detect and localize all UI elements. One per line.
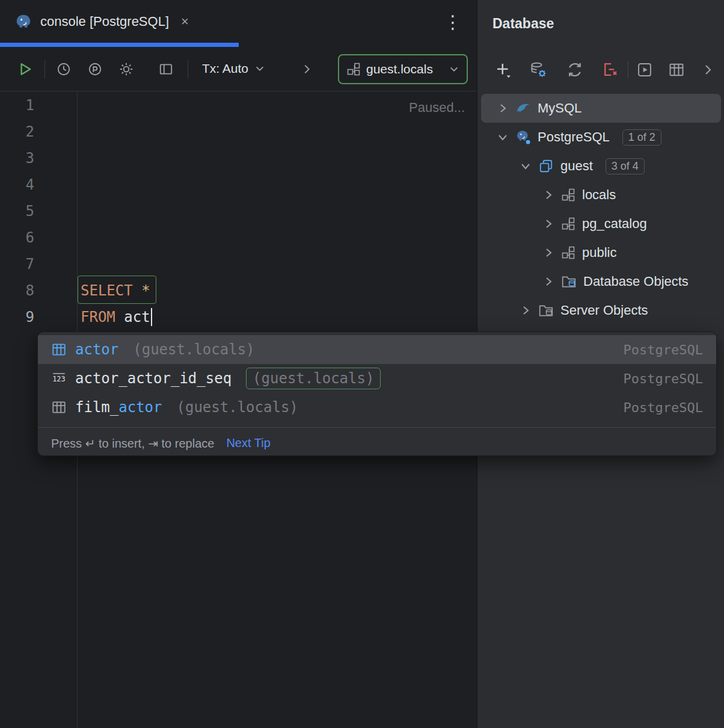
postgresql-elephant-icon: [14, 13, 32, 31]
toolbar-divider: [628, 61, 628, 78]
tree-item-server-objects[interactable]: Server Objects: [477, 296, 724, 325]
typed-text: act: [124, 309, 150, 325]
line-number: 2: [0, 119, 34, 145]
chevron-right-icon[interactable]: [298, 61, 315, 78]
tree-item-guest[interactable]: guest 3 of 4: [477, 152, 724, 180]
tree-item-database-objects[interactable]: Database Objects: [477, 267, 724, 296]
tab-bar: console [PostgreSQL] × ⋮: [0, 0, 477, 47]
run-button[interactable]: [17, 61, 34, 78]
tree-item-label: MySQL: [538, 100, 581, 116]
tree-item-label: guest: [560, 158, 593, 174]
toolbar-divider: [188, 60, 188, 78]
chevron-right-icon[interactable]: [497, 102, 509, 114]
tree-item-label: PostgreSQL: [538, 129, 610, 145]
tree-item-pg-catalog[interactable]: pg_catalog: [477, 209, 724, 238]
table-icon: [51, 399, 67, 415]
completion-source: PostgreSQL: [624, 371, 703, 386]
line-number: 5: [0, 198, 34, 224]
history-icon[interactable]: [55, 61, 72, 78]
schema-selector-dropdown[interactable]: guest.locals: [338, 54, 468, 84]
completion-item-film-actor[interactable]: film_actor (guest.locals) PostgreSQL: [38, 393, 716, 422]
database-tree: MySQL PostgreSQL 1 of 2 guest 3 of 4 loc…: [477, 94, 724, 325]
tab-title: console [PostgreSQL]: [40, 14, 169, 29]
in-editor-results-icon[interactable]: [158, 61, 174, 78]
chevron-down-icon: [254, 63, 265, 74]
completion-context: (guest.locals): [133, 341, 254, 358]
editor-gutter: 1 2 3 4 5 6 7 8 9: [0, 92, 34, 330]
sql-star: *: [141, 282, 150, 299]
tx-mode-dropdown[interactable]: Tx: Auto: [202, 61, 265, 76]
chevron-right-icon[interactable]: [542, 276, 554, 288]
more-options-icon[interactable]: ⋮: [444, 11, 462, 34]
panel-title: Database: [492, 16, 554, 32]
sql-keyword: SELECT: [81, 282, 133, 299]
line-number: 3: [0, 145, 34, 171]
code-line-9[interactable]: FROM act: [81, 304, 152, 330]
tree-item-postgresql[interactable]: PostgreSQL 1 of 2: [477, 123, 724, 152]
line-number: 7: [0, 251, 34, 277]
data-source-properties-icon[interactable]: [529, 60, 548, 79]
table-icon: [51, 342, 67, 357]
schema-icon: [561, 188, 575, 202]
refresh-icon[interactable]: [565, 60, 584, 79]
chevron-right-icon[interactable]: [542, 218, 554, 230]
mysql-dolphin-icon: [515, 100, 531, 116]
tree-item-label: locals: [582, 187, 616, 203]
database-toolbar: [477, 58, 724, 83]
disconnect-icon[interactable]: [601, 60, 620, 79]
completion-hint-text: Press ↵ to insert, ⇥ to replace: [51, 436, 214, 451]
completion-source: PostgreSQL: [624, 342, 703, 357]
toolbar-divider: [44, 60, 45, 78]
completion-name-prefix: film_: [75, 399, 118, 416]
count-badge: 1 of 2: [622, 129, 661, 146]
active-tab-indicator: [0, 43, 239, 47]
text-caret: [151, 308, 152, 326]
chevron-right-icon[interactable]: [542, 189, 554, 201]
completion-hint-bar: Press ↵ to insert, ⇥ to replace Next Tip: [38, 427, 716, 456]
tab-close-icon[interactable]: ×: [181, 14, 189, 29]
query-console-icon[interactable]: [635, 60, 654, 79]
tree-item-public[interactable]: public: [477, 238, 724, 267]
profiler-icon[interactable]: [87, 61, 103, 78]
tree-item-label: Database Objects: [583, 274, 689, 289]
completion-item-actor[interactable]: actor (guest.locals) PostgreSQL: [38, 335, 716, 364]
completion-context-highlighted: (guest.locals): [246, 368, 381, 389]
chevron-right-icon[interactable]: [542, 247, 554, 259]
tree-item-label: Server Objects: [560, 303, 648, 318]
completion-name: actor_actor_id_seq: [75, 370, 232, 387]
schema-selector-label: guest.locals: [366, 62, 433, 76]
code-line-8[interactable]: SELECT *: [81, 277, 150, 304]
svg-text:123: 123: [52, 375, 66, 383]
folder-server-icon: [538, 303, 554, 318]
chevron-down-icon[interactable]: [520, 160, 532, 172]
new-item-icon[interactable]: [494, 60, 513, 79]
expand-toolbar-icon[interactable]: [698, 60, 717, 79]
completion-source: PostgreSQL: [624, 400, 703, 415]
line-number: 9: [0, 304, 34, 330]
chevron-down-icon[interactable]: [497, 131, 509, 143]
settings-gear-icon[interactable]: [118, 61, 135, 78]
completion-name: actor: [75, 341, 118, 358]
schema-icon: [561, 245, 575, 260]
chevron-right-icon[interactable]: [520, 304, 532, 316]
table-view-icon[interactable]: [667, 60, 686, 79]
line-number: 8: [0, 277, 34, 304]
sequence-icon: 123: [51, 371, 67, 386]
editor-toolbar: Tx: Auto guest.locals: [0, 47, 477, 91]
tree-item-label: pg_catalog: [582, 216, 647, 232]
schema-icon: [346, 62, 361, 76]
completion-context: (guest.locals): [177, 399, 298, 416]
datagrip-window: console [PostgreSQL] × ⋮: [0, 0, 724, 728]
database-icon: [538, 158, 554, 174]
code-completion-popup: actor (guest.locals) PostgreSQL 123 acto…: [37, 332, 717, 456]
completion-item-actor-actor-id-seq[interactable]: 123 actor_actor_id_seq (guest.locals) Po…: [38, 364, 716, 393]
tx-mode-label: Tx: Auto: [202, 61, 248, 76]
postgresql-elephant-icon: [515, 129, 531, 145]
tree-item-label: public: [582, 245, 616, 261]
line-number: 6: [0, 224, 34, 251]
next-tip-link[interactable]: Next Tip: [226, 436, 270, 450]
tree-item-mysql[interactable]: MySQL: [481, 94, 721, 123]
tab-console-postgresql[interactable]: console [PostgreSQL] ×: [0, 0, 189, 43]
line-number: 1: [0, 92, 34, 119]
tree-item-locals[interactable]: locals: [477, 180, 724, 209]
